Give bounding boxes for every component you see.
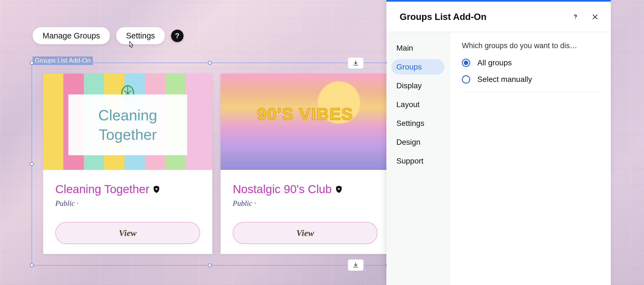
view-group-button[interactable]: View (55, 222, 200, 244)
question-icon (572, 13, 579, 21)
panel-header: Groups List Add-On (386, 2, 611, 32)
groups-card-grid: Cleaning Together Cleaning Together Publ… (43, 74, 390, 254)
nav-item-design[interactable]: Design (391, 134, 444, 150)
radio-icon (462, 59, 470, 67)
cover-line-2: Together (99, 125, 157, 144)
cover-text: Cleaning Together (68, 94, 187, 155)
settings-button[interactable]: Settings (116, 27, 165, 44)
cover-line-1: Cleaning (98, 105, 157, 125)
section-divider (462, 92, 599, 92)
nav-item-main[interactable]: Main (391, 40, 444, 56)
group-cover-image: 90'S VIBES (221, 74, 390, 170)
resize-handle-bm[interactable] (208, 263, 212, 267)
group-title: Cleaning Together (55, 183, 149, 196)
group-visibility: Public · (233, 199, 378, 208)
group-visibility: Public · (55, 199, 200, 208)
group-card: 90'S VIBES Nostalgic 90's Club Public · … (221, 74, 390, 254)
cover-text: 90'S VIBES (221, 104, 390, 124)
resize-handle-bl[interactable] (30, 263, 34, 267)
group-title-row: Cleaning Together (55, 183, 200, 196)
view-button-label: View (119, 228, 137, 238)
content-heading: Which groups do you want to dis… (462, 42, 581, 50)
group-card-body: Cleaning Together Public · View (43, 170, 212, 254)
help-icon: ? (175, 32, 179, 40)
view-group-button[interactable]: View (233, 222, 378, 244)
panel-nav: Main Groups Display Layout Settings Desi… (386, 32, 449, 285)
resize-handle-tm[interactable] (208, 61, 212, 65)
group-title-row: Nostalgic 90's Club (233, 183, 378, 196)
radio-all-groups[interactable]: All groups (462, 58, 599, 67)
help-button[interactable]: ? (171, 30, 184, 42)
radio-label: Select manually (477, 75, 532, 84)
manage-groups-label: Manage Groups (43, 31, 100, 40)
panel-help-button[interactable] (572, 13, 579, 21)
panel-header-actions (572, 13, 599, 21)
manage-groups-button[interactable]: Manage Groups (33, 27, 110, 44)
nav-item-support[interactable]: Support (391, 153, 444, 169)
radio-select-manually[interactable]: Select manually (462, 75, 599, 84)
stretch-top-button[interactable] (348, 57, 364, 69)
view-button-label: View (296, 228, 314, 238)
group-cover-image: Cleaning Together (43, 74, 212, 170)
nav-item-groups[interactable]: Groups (391, 59, 444, 75)
panel-content: Which groups do you want to dis… All gro… (449, 32, 611, 285)
nav-item-display[interactable]: Display (391, 78, 444, 94)
group-title: Nostalgic 90's Club (233, 183, 332, 196)
panel-close-button[interactable] (591, 13, 599, 20)
radio-label: All groups (477, 58, 512, 67)
nav-item-settings[interactable]: Settings (391, 116, 444, 131)
cursor-icon (127, 41, 135, 50)
download-icon (353, 60, 359, 66)
download-icon (353, 262, 359, 268)
panel-body: Main Groups Display Layout Settings Desi… (386, 32, 611, 285)
group-card: Cleaning Together Cleaning Together Publ… (43, 74, 212, 254)
panel-title: Groups List Add-On (400, 12, 486, 22)
resize-handle-ml[interactable] (30, 162, 34, 166)
settings-panel: Groups List Add-On Main Groups Display L… (386, 0, 611, 285)
stretch-bottom-button[interactable] (348, 259, 364, 271)
shield-icon (153, 185, 160, 193)
settings-label: Settings (126, 31, 155, 40)
radio-icon (462, 75, 470, 84)
editor-toolbar: Manage Groups Settings ? (33, 27, 184, 44)
resize-handle-tl[interactable] (30, 61, 34, 65)
nav-item-layout[interactable]: Layout (391, 97, 444, 112)
close-icon (591, 13, 599, 20)
shield-icon (336, 185, 342, 193)
group-card-body: Nostalgic 90's Club Public · View (221, 170, 390, 254)
